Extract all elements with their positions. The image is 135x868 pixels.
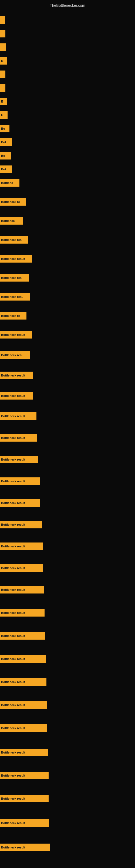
bar-item: Bottleneck result bbox=[0, 392, 33, 400]
bar-label: Bottleneck resu bbox=[1, 295, 24, 299]
bar-item bbox=[0, 70, 5, 78]
bar-label: Bo bbox=[1, 154, 5, 157]
bar-label: Bottleneck re bbox=[1, 200, 20, 204]
bar-item: R bbox=[0, 57, 7, 65]
bar-item: Bottleneck result bbox=[0, 456, 38, 463]
bar-label: Bottleneck res bbox=[1, 238, 21, 241]
bar-label: Bottleneck result bbox=[1, 501, 25, 504]
bar-label: Bottleneck result bbox=[1, 257, 25, 260]
bar-item: Bottleneck result bbox=[0, 331, 32, 339]
bar-item: Bottleneck re bbox=[0, 198, 26, 206]
bar-item: Bottleneck result bbox=[0, 819, 49, 827]
bar-item: Bottleneck result bbox=[0, 434, 37, 442]
bar-label: Bottleneck result bbox=[1, 545, 25, 548]
bar-item: Bottleneck result bbox=[0, 521, 42, 528]
bar-item: Bottleneck result bbox=[0, 542, 43, 550]
bar-label: Bottleneck result bbox=[1, 374, 25, 377]
bar-label: Bottleneck result bbox=[1, 822, 25, 825]
bar-label: Bottleneck result bbox=[1, 333, 25, 336]
bar-item: Bot bbox=[0, 165, 12, 173]
bar-label: Bottleneck result bbox=[1, 523, 25, 526]
bar-label: Bottlenec bbox=[1, 219, 14, 222]
bar-label: E bbox=[1, 113, 3, 117]
bar-item: Bottleneck result bbox=[0, 586, 44, 593]
bar-label: Bottleneck result bbox=[1, 774, 25, 777]
bar-label: Bottleneck result bbox=[1, 566, 25, 569]
bar-label: Bottleneck result bbox=[1, 479, 25, 483]
bar-item: Bottleneck res bbox=[0, 274, 29, 282]
bar-item: Bot bbox=[0, 138, 12, 146]
bar-label: Bottleneck result bbox=[1, 726, 25, 730]
bar-item: Bo bbox=[0, 125, 9, 132]
bar-item: Bottleneck result bbox=[0, 609, 45, 617]
bar-item: E bbox=[0, 111, 8, 119]
bar-item: Bottleneck resu bbox=[0, 351, 30, 359]
bar-item: Bottleneck result bbox=[0, 412, 37, 420]
bar-item: Bottleneck re bbox=[0, 312, 27, 319]
bar-label: Bottleneck result bbox=[1, 680, 25, 684]
bar-item: Bottlenec bbox=[0, 217, 23, 225]
bar-label: Bo bbox=[1, 127, 5, 130]
bar-label: Bot bbox=[1, 141, 6, 144]
bar-item bbox=[0, 43, 6, 51]
bar-label: E bbox=[1, 100, 3, 103]
bar-item: Bottleneck result bbox=[0, 844, 50, 851]
bar-item: Bottleneck result bbox=[0, 724, 47, 732]
bar-label: Bottleneck re bbox=[1, 314, 20, 317]
bar-item: Bottleneck result bbox=[0, 701, 47, 709]
bar-item: Bottleneck result bbox=[0, 795, 49, 802]
bar-item: Bo bbox=[0, 152, 11, 159]
bar-item: Bottleneck result bbox=[0, 372, 33, 379]
bar-item: Bottleneck result bbox=[0, 749, 48, 756]
bar-item: Bottlene bbox=[0, 179, 19, 187]
bar-item: Bottleneck result bbox=[0, 655, 46, 663]
bar-label: Bottleneck result bbox=[1, 797, 25, 800]
bar-label: Bottleneck result bbox=[1, 657, 25, 660]
bar-item: Bottleneck result bbox=[0, 564, 43, 572]
bar-label: Bottlene bbox=[1, 181, 13, 184]
bar-item bbox=[0, 84, 5, 92]
bar-item: Bottleneck result bbox=[0, 632, 45, 640]
bar-item: Bottleneck resu bbox=[0, 293, 30, 301]
site-title: TheBottlenecker.com bbox=[0, 1, 135, 10]
bar-label: Bottleneck result bbox=[1, 436, 25, 439]
bar-label: Bottleneck result bbox=[1, 703, 25, 707]
bar-item: Bottleneck result bbox=[0, 499, 40, 507]
bar-item: E bbox=[0, 98, 7, 105]
bar-item: Bottleneck result bbox=[0, 477, 40, 485]
bar-item bbox=[0, 30, 5, 37]
bar-item bbox=[0, 16, 5, 24]
bar-label: Bottleneck result bbox=[1, 414, 25, 418]
bar-label: Bottleneck result bbox=[1, 611, 25, 614]
bar-label: Bottleneck result bbox=[1, 458, 25, 461]
bar-label: Bottleneck result bbox=[1, 394, 25, 397]
bar-label: Bottleneck result bbox=[1, 634, 25, 638]
bar-item: Bottleneck result bbox=[0, 678, 46, 686]
bar-label: R bbox=[1, 59, 3, 62]
bar-item: Bottleneck result bbox=[0, 772, 49, 779]
bar-item: Bottleneck result bbox=[0, 255, 32, 262]
bar-label: Bottleneck result bbox=[1, 846, 25, 849]
bar-label: Bottleneck resu bbox=[1, 353, 24, 357]
bar-label: Bottleneck result bbox=[1, 751, 25, 754]
bar-item: Bottleneck res bbox=[0, 236, 28, 244]
bar-label: Bottleneck res bbox=[1, 276, 21, 279]
bar-label: Bot bbox=[1, 167, 6, 171]
bar-label: Bottleneck result bbox=[1, 588, 25, 591]
